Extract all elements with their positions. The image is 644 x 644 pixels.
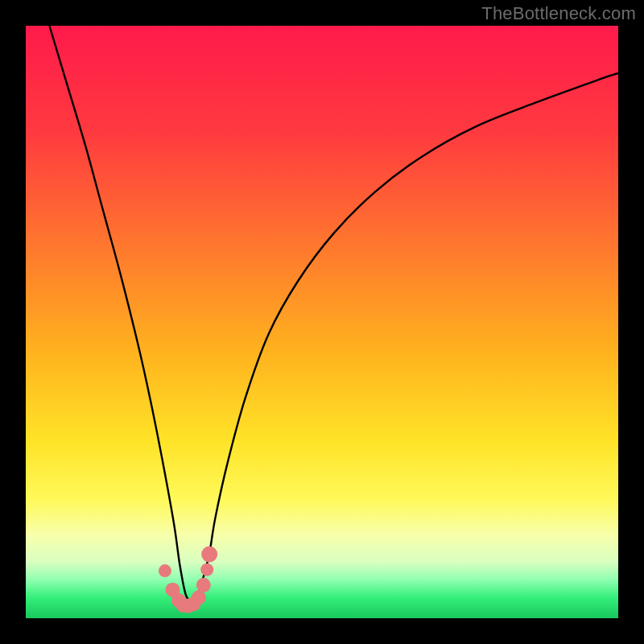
marker-dot [196,578,211,592]
bottleneck-chart [0,0,644,644]
marker-dot [192,590,206,605]
watermark-text: TheBottleneck.com [481,3,636,24]
marker-dot [201,547,217,563]
marker-dot [200,564,213,576]
marker-dot [159,564,171,577]
chart-frame: { "watermark": "TheBottleneck.com", "col… [0,0,644,644]
plot-background [26,26,618,618]
